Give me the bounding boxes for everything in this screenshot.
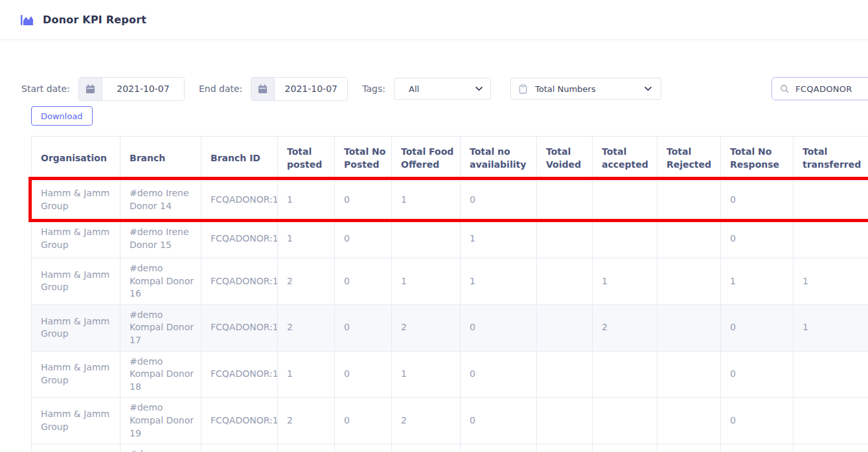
download-button[interactable]: Download (31, 106, 93, 126)
table-cell (537, 181, 593, 220)
start-date-picker[interactable]: 2021-10-07 (78, 77, 185, 101)
table-cell: FCQADONOR:15 (201, 220, 278, 258)
table-cell: 1 (392, 351, 461, 398)
table-row: Hamm & Jamm Group#demo Irene Donor 15FCQ… (32, 220, 868, 258)
table-cell (657, 444, 721, 452)
table-cell (794, 351, 868, 398)
table-cell: 2 (392, 444, 461, 452)
table-cell: #demo Irene Donor 15 (120, 220, 201, 258)
table-cell: 0 (335, 304, 392, 351)
table-cell: 0 (721, 398, 794, 444)
table-cell: FCQADONOR:16 (201, 258, 278, 305)
page-title: Donor KPI Report (43, 14, 146, 26)
table-cell: 1 (392, 181, 461, 220)
column-header: Branch (120, 137, 201, 181)
kpi-table: OrganisationBranchBranch IDTotal postedT… (31, 136, 868, 452)
table-cell: 1 (461, 220, 537, 258)
table-cell: Hamm & Jamm Group (32, 220, 120, 258)
table-cell (593, 181, 657, 220)
table-cell (657, 220, 721, 258)
chevron-down-icon (645, 87, 652, 91)
table-cell: 0 (335, 398, 392, 444)
column-header: Total Voided (537, 137, 593, 181)
end-date-picker[interactable]: 2021-10-07 (251, 77, 348, 101)
column-header: Total Food Offered (392, 137, 461, 181)
table-header-row: OrganisationBranchBranch IDTotal postedT… (32, 137, 868, 181)
table-cell: 0 (461, 351, 537, 398)
column-header: Organisation (32, 137, 120, 181)
table-cell: 0 (335, 258, 392, 305)
calendar-icon[interactable] (79, 78, 102, 100)
table-cell (537, 398, 593, 444)
table-cell (794, 444, 868, 452)
table-cell: 2 (278, 444, 335, 452)
table-cell (392, 220, 461, 258)
chart-area-icon (21, 14, 34, 26)
table-cell (794, 220, 868, 258)
table-row: Hamm & Jamm Group#demo Kompal Donor 19FC… (32, 398, 868, 444)
table-cell: 2 (392, 398, 461, 444)
chevron-down-icon (475, 87, 483, 91)
table-cell: #demo Kompal Donor 19 (120, 398, 201, 444)
table-cell (794, 181, 868, 220)
table-cell: 0 (335, 181, 392, 220)
table-cell: 2 (278, 398, 335, 444)
table-cell: #demo Irene Donor 14 (120, 181, 201, 220)
table-cell: 0 (335, 351, 392, 398)
table-cell (537, 304, 593, 351)
table-cell: 0 (461, 398, 537, 444)
metric-select[interactable]: Total Numbers (510, 78, 661, 100)
table-cell (657, 398, 721, 444)
table-body: Hamm & Jamm Group#demo Irene Donor 14FCQ… (32, 181, 868, 452)
table-cell: #demo Kompal Donor 18 (120, 351, 201, 398)
table-cell (537, 444, 593, 452)
table-row: Hamm & Jamm Group#demo Kompal Donor 18FC… (32, 351, 868, 398)
table-cell: 0 (335, 444, 392, 452)
table-cell: FCQADONOR:14 (201, 181, 278, 220)
table-cell: 0 (721, 304, 794, 351)
table-cell: 0 (721, 220, 794, 258)
table-cell: 1 (721, 258, 794, 305)
table-cell: Hamm & Jamm Group (32, 258, 120, 305)
tags-select[interactable]: All (394, 78, 491, 100)
column-header: Total No Response (721, 137, 794, 181)
column-header: Total posted (278, 137, 335, 181)
table-row: Hamm & Jamm Group#demo Kompal Donor 16FC… (32, 258, 868, 305)
table-row: Hamm & Jamm Group#demo Kompal Donor 17FC… (32, 304, 868, 351)
end-date-value[interactable]: 2021-10-07 (275, 78, 347, 100)
table-cell (537, 351, 593, 398)
table-cell (794, 398, 868, 444)
table-cell: 0 (461, 304, 537, 351)
table-cell (537, 258, 593, 305)
table-cell (593, 444, 657, 452)
table-cell: FCQADONOR:17 (201, 304, 278, 351)
metric-select-value: Total Numbers (535, 84, 645, 94)
filter-bar: Start date: 2021-10-07 End date: 2021-10… (21, 76, 868, 101)
table-cell: #demo Kompal Donor 17 (120, 304, 201, 351)
table-cell: 2 (278, 258, 335, 305)
tags-label: Tags: (362, 84, 385, 94)
search-input[interactable]: FCQADONOR (771, 77, 868, 100)
column-header: Total no availability (461, 137, 537, 181)
topbar: Donor KPI Report (0, 0, 868, 40)
table-cell: Hamm & Jamm Group (32, 181, 120, 220)
start-date-label: Start date: (21, 84, 70, 94)
table-cell: 2 (392, 304, 461, 351)
table-cell (657, 304, 721, 351)
start-date-value[interactable]: 2021-10-07 (102, 78, 184, 100)
table-cell (593, 351, 657, 398)
table-cell (657, 258, 721, 305)
table-cell: 0 (721, 351, 794, 398)
column-header: Total accepted (593, 137, 657, 181)
table-cell: 2 (278, 304, 335, 351)
table-cell: #demo Kompal Donor 16 (120, 258, 201, 305)
table-cell: 0 (721, 181, 794, 220)
search-icon (780, 84, 789, 93)
table-cell: FCQADONOR:20 (201, 444, 278, 452)
table-row: Hamm & Jamm Group#demo Irene Donor 14FCQ… (32, 181, 868, 220)
table-cell: #demo Kompal Donor 20 (120, 444, 201, 452)
table-cell: 0 (461, 444, 537, 452)
table-cell: 1 (461, 258, 537, 305)
calendar-icon[interactable] (251, 78, 275, 100)
end-date-label: End date: (199, 84, 242, 94)
